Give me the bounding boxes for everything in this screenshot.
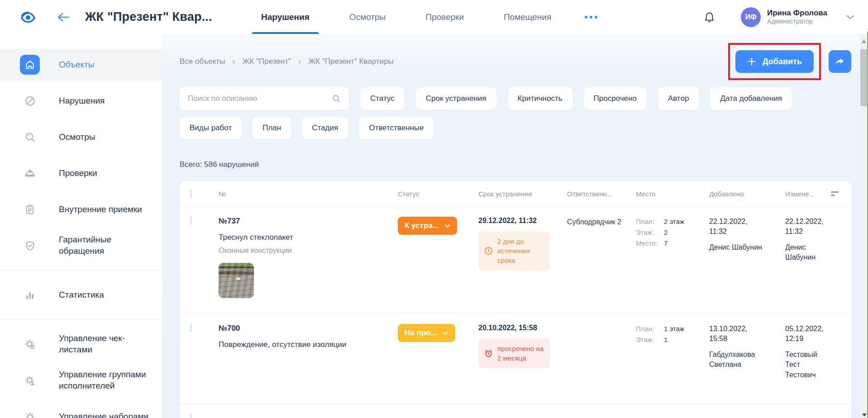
sidebar-divider <box>0 270 162 271</box>
header-right: ИФ Ирина Фролова Администратор <box>699 7 854 27</box>
search-input[interactable] <box>188 94 332 103</box>
col-number: № <box>219 190 398 198</box>
col-changed: Измене... <box>785 190 820 198</box>
table-row: №700 Повреждение, отсутствие изоляции На… <box>180 314 851 404</box>
bar-chart-icon <box>20 285 40 305</box>
sidebar-item-objects[interactable]: Объекты <box>0 49 162 81</box>
violation-number: №700 <box>219 324 398 333</box>
sidebar-item-checks[interactable]: Проверки <box>0 155 162 191</box>
row-checkbox[interactable] <box>191 323 191 332</box>
total-count: Всего: 586 нарушений <box>180 160 851 169</box>
top-tabs: Нарушения Осмотры Проверки Помещения <box>241 0 611 34</box>
magnifier-icon <box>20 127 40 147</box>
user-menu[interactable]: ИФ Ирина Фролова Администратор <box>741 7 854 27</box>
row-checkbox[interactable] <box>191 216 191 225</box>
filter-status[interactable]: Статус <box>360 87 405 110</box>
clipboard-icon <box>20 200 40 219</box>
filter-overdue[interactable]: Просрочено <box>584 87 647 110</box>
sidebar-item-violations[interactable]: Нарушения <box>0 83 162 119</box>
tab-premises[interactable]: Помещения <box>484 0 571 34</box>
back-button[interactable] <box>53 7 73 27</box>
clock-icon <box>484 246 493 256</box>
sidebar-divider <box>0 319 162 320</box>
shield-check-icon <box>20 236 40 256</box>
add-button[interactable]: Добавить <box>735 50 814 73</box>
filter-work-types[interactable]: Виды работ <box>180 117 242 139</box>
col-status: Статус <box>398 190 478 198</box>
main-content: Все объекты › ЖК "Презент" › ЖК "Презент… <box>162 34 860 418</box>
sidebar-item-checklists[interactable]: Управление чек-листами <box>0 326 162 362</box>
status-badge-dropdown[interactable]: К устра... <box>398 217 457 235</box>
sidebar-item-internal-acceptance[interactable]: Внутренние приемки <box>0 191 162 228</box>
breadcrumb: Все объекты › ЖК "Презент" › ЖК "Презент… <box>180 57 394 66</box>
user-role: Администратор <box>767 18 827 26</box>
sort-icon[interactable] <box>829 190 840 198</box>
changed-date: 22.12.2022, 11:32 <box>785 217 824 237</box>
sidebar-item-inspections[interactable]: Осмотры <box>0 119 162 155</box>
chevron-down-icon <box>846 14 854 20</box>
add-button-label: Добавить <box>763 57 802 66</box>
place-info: План:2 этаж Этаж:2 Место:7 <box>636 218 709 247</box>
deadline-date: 29.12.2022, 11:32 <box>478 217 567 225</box>
app-logo-eye-icon[interactable] <box>15 8 41 26</box>
filter-criticality[interactable]: Критичность <box>508 87 572 110</box>
breadcrumb-separator: › <box>232 57 235 66</box>
more-tabs-icon[interactable] <box>571 16 611 19</box>
breadcrumb-separator: › <box>298 57 301 66</box>
filter-plan[interactable]: План <box>253 117 291 139</box>
sidebar-item-statistics[interactable]: Статистика <box>0 277 162 313</box>
row-checkbox[interactable] <box>191 413 191 418</box>
violation-photo-thumbnail[interactable] <box>219 263 254 298</box>
search-icon <box>332 94 341 103</box>
added-by: Габдулхакова Светлана <box>709 350 766 370</box>
scroll-down-arrow[interactable] <box>862 413 867 417</box>
breadcrumb-current: ЖК "Презент" Квартиры <box>308 57 393 66</box>
sidebar-item-label: Осмотры <box>59 132 95 143</box>
filter-date-added[interactable]: Дата добавления <box>710 87 792 110</box>
gear-check-icon <box>20 334 40 354</box>
chevron-down-icon <box>443 331 448 335</box>
tab-inspections[interactable]: Осмотры <box>329 0 405 34</box>
red-annotation-rectangle: Добавить <box>728 43 821 80</box>
breadcrumb-all-objects[interactable]: Все объекты <box>180 57 225 66</box>
sidebar-item-label: Управление чек-листами <box>59 333 151 355</box>
added-date: 13.10.2022, 15:58 <box>709 324 763 344</box>
sidebar-item-label: Гарантийные обращения <box>59 234 151 256</box>
sidebar-item-executor-groups[interactable]: Управление группами исполнителей <box>0 362 162 399</box>
page-title: ЖК "Презент" Квар... <box>85 10 241 24</box>
violation-description: Повреждение, отсутствие изоляции <box>219 340 398 349</box>
responsible: Субподрядчик 2 <box>567 217 621 227</box>
sidebar-item-warranty[interactable]: Гарантийные обращения <box>0 228 162 264</box>
filter-stage[interactable]: Стадия <box>302 117 348 139</box>
violation-description: Треснул стеклопакет <box>219 233 398 242</box>
violation-category: Оконные конструкции <box>219 247 398 255</box>
changed-by: Денис Шабунин <box>785 242 824 263</box>
scroll-up-arrow[interactable] <box>862 39 866 43</box>
sidebar-item-label: Управление наборами <box>59 411 148 418</box>
breadcrumb-complex[interactable]: ЖК "Презент" <box>243 57 291 66</box>
col-responsible: Ответственн... <box>567 190 636 198</box>
status-badge-dropdown[interactable]: На про... <box>398 324 455 342</box>
changed-by: Тестовый Тест Тестович <box>785 350 824 380</box>
overdue-note: просрочено на 2 месяца <box>478 338 550 368</box>
notifications-bell-icon[interactable] <box>699 7 719 27</box>
sidebar: Объекты Нарушения Осмотры Проверки <box>0 34 162 418</box>
filter-responsible[interactable]: Ответственные <box>359 117 434 139</box>
tab-violations[interactable]: Нарушения <box>241 0 329 34</box>
filter-deadline[interactable]: Срок устранения <box>416 87 496 110</box>
violation-number: №737 <box>219 217 398 226</box>
toolbar: Все объекты › ЖК "Презент" › ЖК "Презент… <box>180 43 851 80</box>
filters-row-1: Статус Срок устранения Критичность Проср… <box>180 87 851 110</box>
status-label: К устра... <box>405 221 439 230</box>
tab-checks[interactable]: Проверки <box>405 0 484 34</box>
filter-author[interactable]: Автор <box>658 87 699 110</box>
search-box <box>180 87 349 110</box>
select-all-checkbox[interactable] <box>191 190 191 198</box>
added-date: 22.12.2022, 11:32 <box>709 217 763 237</box>
place-info: План:1 этаж Этаж:1 <box>636 325 709 343</box>
home-icon <box>20 55 40 75</box>
filters-row-2: Виды работ План Стадия Ответственные <box>180 117 851 139</box>
sidebar-item-label: Проверки <box>59 168 97 179</box>
share-button[interactable] <box>829 50 851 73</box>
sidebar-item-sets[interactable]: Управление наборами <box>0 399 162 418</box>
